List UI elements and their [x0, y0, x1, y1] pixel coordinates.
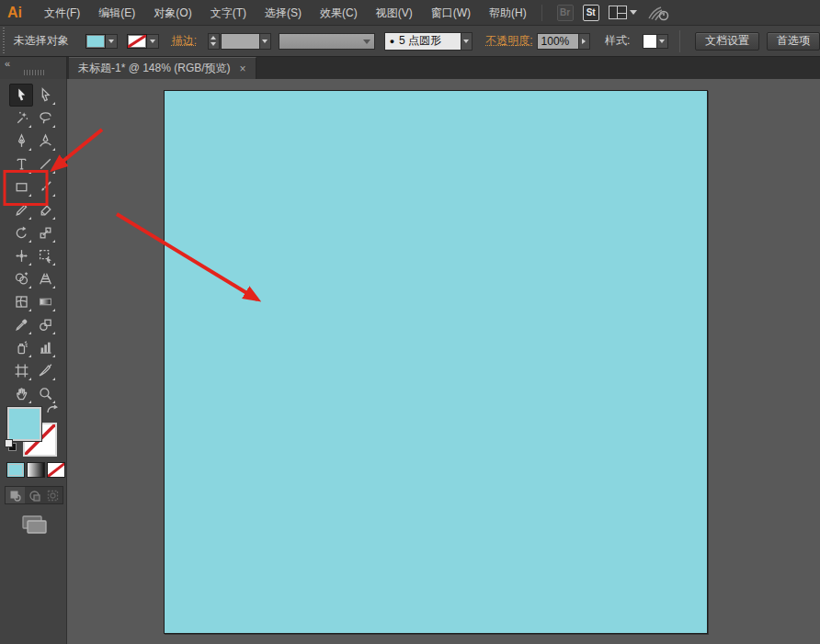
paintbrush-tool-button[interactable] [33, 175, 57, 198]
menu-item[interactable]: 文件(F) [35, 0, 89, 26]
zoom-icon [38, 386, 53, 401]
illustrator-window: Ai 文件(F)编辑(E)对象(O)文字(T)选择(S)效果(C)视图(V)窗口… [0, 0, 820, 644]
curvature-tool-button[interactable] [33, 130, 57, 153]
stroke-weight-field[interactable] [221, 33, 260, 50]
fill-stroke-indicator [0, 402, 67, 459]
chevron-right-icon [582, 39, 586, 44]
none-button[interactable] [47, 462, 65, 478]
stroke-color-swatch-none[interactable] [127, 34, 147, 49]
document-tab-title: 未标题-1* @ 148% (RGB/预览) [78, 61, 231, 76]
stroke-weight-stepper[interactable] [208, 33, 219, 50]
brush-dropdown-button[interactable] [461, 32, 473, 51]
magic-wand-tool-button[interactable] [9, 107, 33, 130]
menu-item[interactable]: 效果(C) [311, 0, 367, 26]
brush-bullet-icon: ● [390, 37, 394, 46]
selection-tool-button[interactable] [9, 84, 33, 107]
fill-dropdown-button[interactable] [106, 34, 118, 49]
opacity-field[interactable]: 100% [537, 33, 579, 50]
mesh-icon [14, 294, 29, 310]
pen-tool-button[interactable] [9, 130, 33, 153]
eyedropper-tool-button[interactable] [9, 313, 33, 336]
brush-preset-field[interactable]: ● 5 点圆形 [384, 32, 461, 51]
draw-inside-button[interactable] [43, 487, 63, 503]
draw-normal-button[interactable] [6, 487, 25, 503]
gradient-tool-button[interactable] [33, 290, 57, 313]
artboard-canvas[interactable] [164, 90, 708, 634]
eyedropper-icon [14, 317, 29, 333]
rotate-tool-button[interactable] [9, 221, 33, 244]
lasso-tool-button[interactable] [33, 107, 57, 130]
pencil-icon [14, 202, 29, 218]
default-fill-stroke-icon[interactable] [5, 439, 17, 452]
stroke-dropdown-button[interactable] [147, 34, 159, 49]
panel-grip[interactable] [2, 28, 6, 55]
menu-item[interactable]: 编辑(E) [89, 0, 144, 26]
rectangle-icon [14, 179, 29, 195]
blend-tool-button[interactable] [33, 313, 57, 336]
stroke-color-control[interactable] [127, 34, 159, 49]
mesh-tool-button[interactable] [9, 290, 33, 313]
stroke-weight-dropdown[interactable] [260, 33, 271, 50]
menu-item[interactable]: 窗口(W) [422, 0, 480, 26]
eraser-icon [38, 202, 53, 218]
sync-hand-icon[interactable] [646, 4, 670, 22]
symbol-sprayer-icon [14, 340, 29, 356]
style-label: 样式: [605, 33, 630, 49]
type-tool-button[interactable] [9, 153, 33, 175]
menu-item[interactable]: 帮助(H) [480, 0, 536, 26]
pencil-tool-button[interactable] [9, 198, 33, 221]
free-transform-icon [38, 248, 53, 264]
opacity-dropdown-button[interactable] [579, 33, 590, 50]
stock-icon[interactable]: St [583, 5, 599, 21]
preferences-button[interactable]: 首选项 [767, 32, 820, 51]
menubar-icons: Br St [557, 4, 670, 22]
document-setup-button[interactable]: 文档设置 [695, 32, 759, 51]
stepper-down-icon [211, 42, 216, 46]
scale-tool-button[interactable] [33, 221, 57, 244]
style-dropdown-button[interactable] [657, 34, 668, 49]
artboard-icon [14, 363, 29, 378]
rectangle-tool-button[interactable] [9, 175, 33, 198]
eraser-tool-button[interactable] [33, 198, 57, 221]
gradient-button[interactable] [27, 462, 45, 478]
opacity-panel-link[interactable]: 不透明度: [485, 33, 532, 49]
style-swatch[interactable] [643, 34, 656, 49]
scale-icon [38, 225, 53, 241]
perspective-grid-tool-button[interactable] [33, 267, 57, 290]
screen-mode-button[interactable] [17, 513, 50, 538]
fill-color-control[interactable] [85, 34, 118, 49]
paintbrush-icon [38, 179, 53, 195]
panel-drag-grip[interactable] [24, 70, 44, 75]
shape-builder-tool-button[interactable] [9, 267, 33, 290]
color-button[interactable] [6, 462, 25, 478]
document-tab[interactable]: 未标题-1* @ 148% (RGB/预览) × [69, 57, 256, 79]
artboard-tool-button[interactable] [9, 359, 33, 382]
symbol-sprayer-tool-button[interactable] [9, 336, 33, 359]
width-tool-button[interactable] [9, 244, 33, 267]
close-tab-icon[interactable]: × [240, 62, 246, 75]
line-segment-tool-button[interactable] [33, 153, 57, 175]
document-tab-bar: « 未标题-1* @ 148% (RGB/预览) × [0, 57, 820, 79]
workspace-switcher[interactable] [609, 6, 637, 19]
menu-item[interactable]: 视图(V) [367, 0, 422, 26]
column-graph-tool-button[interactable] [33, 336, 57, 359]
slice-icon [38, 363, 53, 378]
menu-item[interactable]: 文字(T) [201, 0, 256, 26]
lasso-icon [38, 110, 53, 126]
swap-fill-stroke-icon[interactable] [46, 404, 59, 415]
collapse-panel-icon[interactable]: « [5, 58, 9, 69]
fill-indicator[interactable] [7, 407, 41, 441]
pen-icon [14, 133, 29, 149]
stroke-panel-link[interactable]: 描边: [172, 33, 197, 49]
fill-color-swatch[interactable] [85, 34, 106, 49]
line-segment-icon [38, 156, 53, 172]
direct-selection-tool-button[interactable] [33, 84, 57, 107]
width-profile-dropdown[interactable] [279, 33, 375, 50]
menu-item[interactable]: 对象(O) [144, 0, 200, 26]
draw-behind-button[interactable] [25, 487, 44, 503]
slice-tool-button[interactable] [33, 359, 57, 382]
direct-selection-icon [38, 87, 53, 103]
menu-item[interactable]: 选择(S) [256, 0, 311, 26]
bridge-icon[interactable]: Br [557, 5, 574, 21]
free-transform-tool-button[interactable] [33, 244, 57, 267]
